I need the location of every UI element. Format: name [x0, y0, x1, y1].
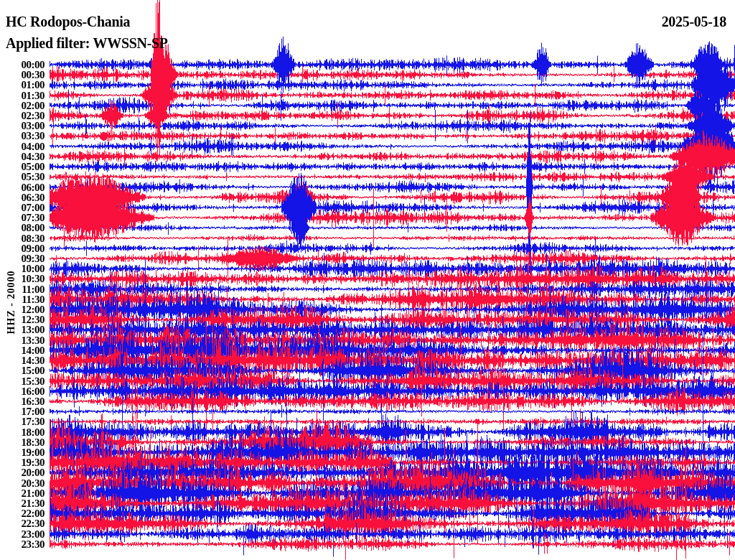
time-tick-label: 23:30 [1, 540, 45, 549]
time-tick-label: 02:00 [1, 101, 45, 110]
time-tick-label: 00:30 [1, 70, 45, 79]
time-tick-label: 13:00 [1, 325, 45, 334]
time-tick-label: 21:00 [1, 489, 45, 498]
time-tick-label: 06:30 [1, 193, 45, 202]
time-tick-label: 20:00 [1, 468, 45, 477]
time-tick-label: 09:30 [1, 254, 45, 263]
time-tick-label: 07:30 [1, 213, 45, 222]
time-tick-label: 15:30 [1, 377, 45, 386]
time-tick-label: 21:30 [1, 499, 45, 508]
time-tick-label: 17:30 [1, 417, 45, 426]
time-tick-label: 06:00 [1, 183, 45, 192]
time-tick-label: 16:30 [1, 397, 45, 406]
time-tick-label: 11:30 [1, 295, 45, 304]
time-tick-label: 01:30 [1, 91, 45, 100]
time-tick-label: 22:30 [1, 519, 45, 528]
time-tick-label: 08:30 [1, 234, 45, 243]
time-tick-label: 10:00 [1, 264, 45, 273]
time-tick-label: 08:00 [1, 223, 45, 232]
time-tick-label: 19:30 [1, 458, 45, 467]
time-tick-label: 04:00 [1, 142, 45, 151]
helicorder-trace-canvas [0, 0, 735, 560]
time-tick-label: 18:00 [1, 428, 45, 437]
date-label: 2025-05-18 [662, 14, 726, 30]
time-tick-label: 14:30 [1, 356, 45, 365]
time-tick-label: 02:30 [1, 111, 45, 120]
time-tick-label: 00:00 [1, 60, 45, 69]
helicorder-page: HC Rodopos-Chania Applied filter: WWSSN-… [0, 0, 735, 560]
time-axis: 00:0000:3001:0001:3002:0002:3003:0003:30… [0, 0, 46, 560]
time-tick-label: 11:00 [1, 285, 45, 294]
time-tick-label: 13:30 [1, 336, 45, 345]
time-tick-label: 05:00 [1, 162, 45, 171]
time-tick-label: 01:00 [1, 80, 45, 89]
time-tick-label: 04:30 [1, 152, 45, 161]
time-tick-label: 18:30 [1, 438, 45, 447]
time-tick-label: 19:00 [1, 448, 45, 457]
time-tick-label: 05:30 [1, 172, 45, 181]
time-tick-label: 14:00 [1, 346, 45, 355]
time-tick-label: 03:30 [1, 131, 45, 140]
time-tick-label: 07:00 [1, 203, 45, 212]
time-tick-label: 17:00 [1, 407, 45, 416]
time-tick-label: 09:00 [1, 244, 45, 253]
time-tick-label: 20:30 [1, 479, 45, 487]
time-tick-label: 03:00 [1, 121, 45, 130]
time-tick-label: 12:00 [1, 305, 45, 314]
time-tick-label: 10:30 [1, 274, 45, 283]
time-tick-label: 22:00 [1, 509, 45, 518]
time-tick-label: 15:00 [1, 366, 45, 375]
time-tick-label: 12:30 [1, 315, 45, 324]
time-tick-label: 16:00 [1, 387, 45, 396]
time-tick-label: 23:00 [1, 530, 45, 538]
